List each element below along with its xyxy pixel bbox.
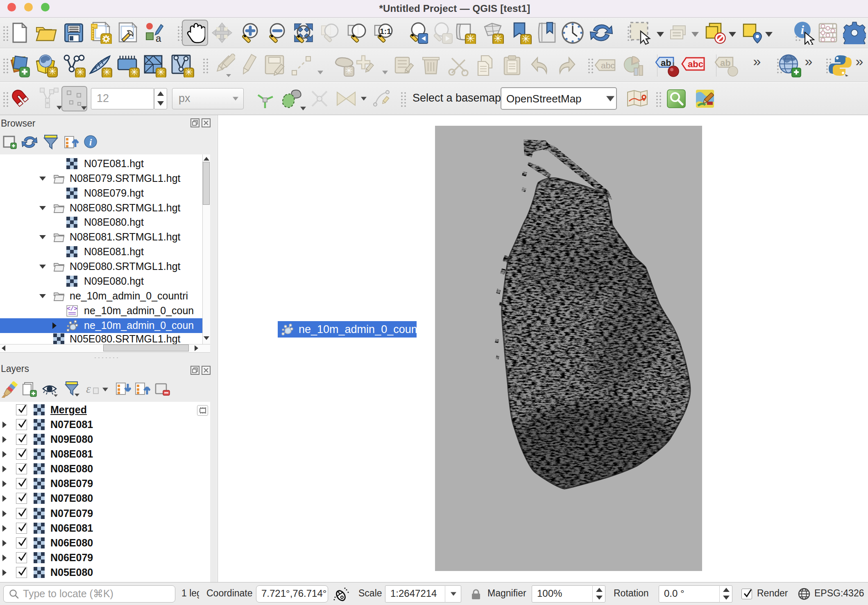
svg-text:✳: ✳ [494,32,503,44]
svg-text:✳: ✳ [103,67,111,77]
svg-text:</>: </> [67,306,77,312]
svg-text:1:1: 1:1 [380,27,391,36]
svg-text:ab: ab [720,58,731,68]
svg-text:✳: ✳ [48,66,56,77]
svg-text:ab: ab [661,58,671,68]
svg-text:✳: ✳ [76,67,84,77]
svg-text:✳: ✳ [466,32,475,44]
svg-text:i: i [801,23,805,36]
svg-text:✳: ✳ [345,66,353,76]
svg-text:i: i [89,137,92,147]
svg-text:✳: ✳ [157,67,165,77]
svg-text:a: a [156,33,161,43]
svg-text:✳: ✳ [185,67,193,77]
svg-text:abc: abc [688,59,703,69]
svg-text:abc: abc [601,61,615,70]
svg-text:✳: ✳ [130,67,138,77]
svg-text:ε: ε [86,382,91,395]
svg-text:✳: ✳ [521,33,530,44]
